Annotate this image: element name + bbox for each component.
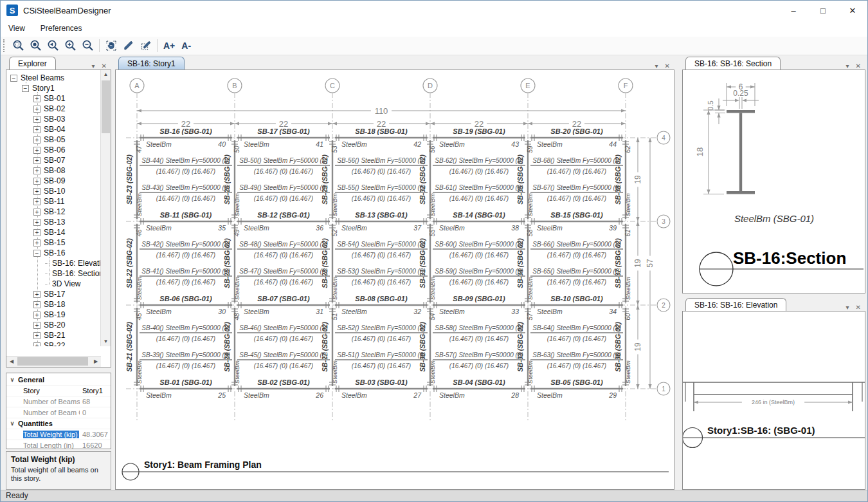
tree-item-story1[interactable]: −Story1: [6, 83, 101, 93]
explorer-close-icon[interactable]: ✕: [102, 62, 107, 70]
menu-preferences[interactable]: Preferences: [33, 21, 90, 35]
tree-item-sb-20[interactable]: +SB-20: [6, 320, 101, 330]
expand-icon[interactable]: +: [33, 157, 41, 164]
expand-icon[interactable]: +: [33, 95, 41, 102]
tab-elevation[interactable]: SB-16: SB-16: Elevation: [685, 298, 786, 311]
expand-icon[interactable]: +: [33, 301, 41, 308]
plan-close-icon[interactable]: ✕: [665, 62, 670, 70]
svg-text:54: 54: [429, 313, 436, 321]
expand-icon[interactable]: +: [33, 198, 41, 205]
tree-item-sb-17[interactable]: +SB-17: [6, 289, 101, 299]
scroll-left-icon[interactable]: ◀: [6, 357, 17, 367]
expand-icon[interactable]: +: [33, 342, 41, 347]
tree-item-sb-11[interactable]: +SB-11: [6, 196, 101, 207]
tab-plan-story1[interactable]: SB-16: Story1: [118, 57, 185, 70]
tab-explorer[interactable]: Explorer: [9, 57, 56, 70]
menu-view[interactable]: View: [1, 21, 33, 35]
edit-region-icon[interactable]: [137, 38, 154, 53]
expand-icon[interactable]: +: [33, 229, 41, 236]
tree-item-sb-13[interactable]: +SB-13: [6, 217, 101, 227]
collapse-icon[interactable]: −: [33, 250, 41, 257]
tree-item-sb-16-section[interactable]: SB-16: Section: [6, 268, 101, 279]
maximize-button[interactable]: □: [808, 1, 838, 20]
minimize-button[interactable]: –: [779, 1, 808, 20]
tree-item-sb-16-elevation[interactable]: SB-16: Elevation: [6, 258, 101, 268]
expand-icon[interactable]: +: [33, 106, 41, 113]
expand-icon[interactable]: +: [33, 291, 41, 298]
tree-item-sb-16[interactable]: −SB-16: [6, 248, 101, 258]
section-canvas[interactable]: 60.250.518SteelBm (SBG-01)SB-16:Section: [682, 70, 865, 293]
zoom-out-icon[interactable]: [79, 38, 96, 53]
tree-item-sb-03[interactable]: +SB-03: [6, 114, 101, 124]
plan-menu-icon[interactable]: ▾: [655, 62, 658, 70]
elevation-menu-icon[interactable]: ▾: [846, 304, 849, 311]
tree-item-sb-19[interactable]: +SB-19: [6, 310, 101, 320]
property-row-total-length-in-[interactable]: Total Length (in)16620: [6, 440, 111, 451]
tree-item-sb-07[interactable]: +SB-07: [6, 155, 101, 165]
scroll-right-icon[interactable]: ▶: [91, 357, 101, 367]
expand-icon[interactable]: +: [33, 209, 41, 216]
zoom-previous-icon[interactable]: [44, 38, 62, 53]
property-row-number-of-beams[interactable]: Number of Beams68: [6, 396, 111, 407]
framing-plan-canvas[interactable]: ABCDEF4321110222222222219191957SB-16 (SB…: [115, 70, 674, 490]
scroll-down-icon[interactable]: ▼: [101, 337, 111, 346]
font-increase-button[interactable]: A+: [160, 41, 178, 51]
tree-item-steel-beams[interactable]: −Steel Beams: [6, 73, 101, 83]
scrollbar-thumb[interactable]: [102, 80, 110, 133]
section-menu-icon[interactable]: ▾: [846, 62, 849, 70]
property-row-story[interactable]: StoryStory1: [6, 386, 111, 396]
scrollbar-thumb[interactable]: [17, 357, 88, 366]
property-group-general[interactable]: ∨General: [6, 375, 111, 386]
zoom-in-icon[interactable]: [62, 38, 79, 53]
expand-icon[interactable]: +: [33, 322, 41, 329]
tree-item-sb-12[interactable]: +SB-12: [6, 207, 101, 217]
elevation-canvas[interactable]: 246 in (SteelBm)Story1:SB-16: (SBG-01): [682, 311, 865, 490]
expand-icon[interactable]: +: [33, 147, 41, 154]
elevation-close-icon[interactable]: ✕: [856, 304, 861, 311]
tree-horizontal-scrollbar[interactable]: ◀ ▶: [6, 356, 101, 367]
tab-section[interactable]: SB-16: SB-16: Section: [685, 57, 781, 70]
expand-icon[interactable]: +: [33, 219, 41, 226]
tree-item-sb-21[interactable]: +SB-21: [6, 330, 101, 340]
close-button[interactable]: ✕: [838, 1, 867, 20]
explorer-menu-icon[interactable]: ▾: [92, 62, 95, 70]
pan-icon[interactable]: [102, 38, 120, 53]
toolbar-grip[interactable]: [3, 39, 6, 52]
tree-item-sb-18[interactable]: +SB-18: [6, 299, 101, 310]
property-row-number-of-beam-gi[interactable]: Number of Beam Gi0: [6, 407, 111, 418]
expand-icon[interactable]: +: [33, 311, 41, 319]
tree-item-sb-02[interactable]: +SB-02: [6, 104, 101, 114]
expand-icon[interactable]: +: [33, 116, 41, 123]
collapse-icon[interactable]: −: [10, 75, 17, 82]
expand-icon[interactable]: +: [33, 136, 41, 144]
tree-item-sb-05[interactable]: +SB-05: [6, 135, 101, 145]
expand-icon[interactable]: +: [33, 239, 41, 246]
tree-item-sb-04[interactable]: +SB-04: [6, 124, 101, 135]
tree-item-sb-08[interactable]: +SB-08: [6, 165, 101, 176]
zoom-window-icon[interactable]: [10, 38, 27, 53]
tree-item-3d-view[interactable]: 3D View: [6, 279, 101, 289]
section-close-icon[interactable]: ✕: [856, 62, 861, 70]
collapse-icon[interactable]: −: [22, 85, 29, 92]
tree-item-sb-14[interactable]: +SB-14: [6, 227, 101, 237]
tree-item-sb-10[interactable]: +SB-10: [6, 186, 101, 196]
tree-item-sb-15[interactable]: +SB-15: [6, 237, 101, 248]
tree-item-sb-09[interactable]: +SB-09: [6, 176, 101, 186]
expand-icon[interactable]: +: [33, 167, 41, 174]
property-group-quantities[interactable]: ∨Quantities: [6, 418, 111, 429]
tree-vertical-scrollbar[interactable]: ▲ ▼: [100, 70, 111, 346]
expand-icon[interactable]: +: [33, 188, 41, 195]
tree-item-sb-22[interactable]: +SB-22: [6, 340, 101, 346]
scroll-up-icon[interactable]: ▲: [101, 70, 111, 79]
tree-item-sb-01[interactable]: +SB-01: [6, 93, 101, 104]
collapse-chevron-icon[interactable]: ∨: [6, 420, 18, 427]
collapse-chevron-icon[interactable]: ∨: [6, 376, 18, 383]
edit-pen-icon[interactable]: [120, 38, 137, 53]
font-decrease-button[interactable]: A-: [178, 41, 194, 51]
tree-item-sb-06[interactable]: +SB-06: [6, 145, 101, 155]
zoom-extents-icon[interactable]: [27, 38, 44, 53]
expand-icon[interactable]: +: [33, 126, 41, 133]
expand-icon[interactable]: +: [33, 332, 41, 339]
expand-icon[interactable]: +: [33, 178, 41, 185]
property-row-total-weight-kip-[interactable]: Total Weight (kip)48.3067: [6, 429, 111, 440]
